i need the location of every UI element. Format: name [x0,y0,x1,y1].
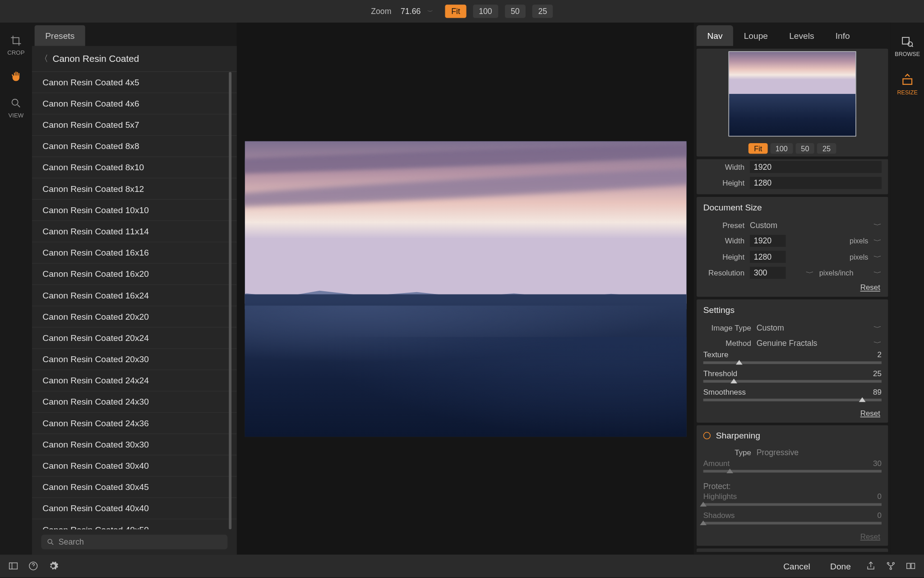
smoothness-slider[interactable] [703,399,882,401]
zoom-dropdown-icon[interactable]: ﹀ [427,9,433,14]
texture-slider[interactable] [703,362,882,364]
smoothness-value[interactable]: 89 [873,388,882,396]
preset-item[interactable]: Canon Resin Coated 24x30 [32,392,237,413]
preset-item[interactable]: Canon Resin Coated 4x6 [32,93,237,114]
imgtype-value[interactable]: Custom [757,323,869,333]
preset-item[interactable]: Canon Resin Coated 40x50 [32,519,237,529]
preset-item[interactable]: Canon Resin Coated 30x45 [32,477,237,498]
sharpening-reset[interactable]: Reset [697,530,888,546]
preset-item[interactable]: Canon Resin Coated 16x16 [32,242,237,264]
preset-item[interactable]: Canon Resin Coated 30x30 [32,434,237,455]
done-button[interactable]: Done [825,558,856,573]
preset-item[interactable]: Canon Resin Coated 11x14 [32,221,237,242]
zoom-value[interactable]: 71.66 [401,7,420,16]
preset-item[interactable]: Canon Resin Coated 20x20 [32,306,237,327]
res-dropdown-icon[interactable]: ﹀ [806,270,814,276]
nav-zoom-50[interactable]: 50 [796,143,815,154]
hand-icon [10,70,22,83]
height-unit-dropdown-icon[interactable]: ﹀ [873,254,882,261]
back-chevron-icon: 〈 [40,52,48,65]
view-tool[interactable]: VIEW [8,97,23,118]
preset-item[interactable]: Canon Resin Coated 20x30 [32,349,237,370]
resize-tool[interactable]: RESIZE [897,73,918,96]
preset-item[interactable]: Canon Resin Coated 5x7 [32,115,237,136]
search-input[interactable]: Search [41,535,227,549]
right-panel: Nav Loupe Levels Info Fit 100 50 25 [694,23,891,555]
tab-levels[interactable]: Levels [779,25,825,46]
method-value[interactable]: Genuine Fractals [757,339,869,348]
preset-item[interactable]: Canon Resin Coated 16x20 [32,264,237,285]
doc-width-value[interactable]: 1920 [750,235,786,247]
preset-item[interactable]: Canon Resin Coated 20x24 [32,327,237,349]
share-button[interactable] [865,561,876,572]
preset-item[interactable]: Canon Resin Coated 24x24 [32,370,237,392]
preset-item[interactable]: Canon Resin Coated 30x40 [32,456,237,477]
texture-value[interactable]: 2 [877,351,881,359]
browse-label: BROWSE [895,51,920,57]
help-button[interactable] [28,561,39,572]
method-dropdown-icon[interactable]: ﹀ [873,340,882,347]
presets-tab[interactable]: Presets [35,25,85,46]
presets-list[interactable]: Canon Resin Coated 4x5Canon Resin Coated… [32,72,237,529]
sharpening-toggle-icon[interactable] [703,432,711,439]
nav-zoom-100[interactable]: 100 [770,143,793,154]
settings-button[interactable] [48,561,59,572]
amount-slider[interactable] [703,470,882,473]
preset-item[interactable]: Canon Resin Coated 40x40 [32,498,237,519]
layout-toggle-button[interactable] [8,561,19,572]
preset-value[interactable]: Custom [750,221,868,230]
canvas-area[interactable] [237,23,694,555]
compare-button[interactable] [906,561,916,572]
zoom-fit-button[interactable]: Fit [445,5,466,18]
threshold-value[interactable]: 25 [873,369,882,378]
imgtype-dropdown-icon[interactable]: ﹀ [873,325,882,331]
sharp-type-value[interactable]: Progressive [757,448,882,457]
zoom-100-button[interactable]: 100 [473,5,498,18]
nav-zoom-fit[interactable]: Fit [748,143,767,154]
navigator: Fit 100 50 25 [697,49,888,157]
film-grain-panel: Film Grain [697,549,888,552]
protect-label: Protect: [697,478,888,493]
zoom-25-button[interactable]: 25 [532,5,553,18]
crop-tool[interactable]: CROP [7,35,24,56]
width-unit-dropdown-icon[interactable]: ﹀ [873,238,882,244]
highlights-value: 0 [877,493,881,501]
imgtype-label: Image Type [703,324,751,332]
tab-loupe[interactable]: Loupe [733,25,778,46]
doc-res-value[interactable]: 300 [750,267,786,279]
highlights-slider[interactable] [703,503,882,506]
preset-item[interactable]: Canon Resin Coated 24x36 [32,413,237,434]
preset-item[interactable]: Canon Resin Coated 16x24 [32,285,237,306]
preset-item[interactable]: Canon Resin Coated 8x12 [32,178,237,200]
view-label: VIEW [8,112,23,119]
hand-tool[interactable] [10,70,22,83]
svg-rect-5 [9,563,18,569]
tab-info[interactable]: Info [825,25,860,46]
presets-search: Search [32,529,237,555]
navigator-thumbnail[interactable] [729,51,856,137]
preset-item[interactable]: Canon Resin Coated 8x10 [32,157,237,178]
preset-item[interactable]: Canon Resin Coated 10x10 [32,200,237,221]
res-unit-dropdown-icon[interactable]: ﹀ [873,270,882,276]
cancel-button[interactable]: Cancel [778,558,815,573]
pixdim-height-value[interactable]: 1280 [750,177,882,189]
settings-reset[interactable]: Reset [697,407,888,423]
docsize-reset[interactable]: Reset [697,281,888,297]
preset-dropdown-icon[interactable]: ﹀ [873,222,882,229]
presets-tabbar: Presets [32,23,237,46]
tab-nav[interactable]: Nav [697,25,733,46]
shadows-slider[interactable] [703,522,882,525]
nav-zoom-25[interactable]: 25 [817,143,836,154]
zoom-50-button[interactable]: 50 [505,5,526,18]
preset-item[interactable]: Canon Resin Coated 8x8 [32,136,237,157]
svg-point-7 [887,562,889,564]
preset-item[interactable]: Canon Resin Coated 4x5 [32,72,237,93]
threshold-slider[interactable] [703,380,882,383]
doc-height-value[interactable]: 1280 [750,251,786,263]
sidebar-icon [8,561,19,572]
browse-tool[interactable]: BROWSE [895,35,920,57]
pixdim-width-value[interactable]: 1920 [750,161,882,173]
branch-button[interactable] [886,561,896,572]
settings-title: Settings [703,305,735,315]
presets-breadcrumb[interactable]: 〈 Canon Resin Coated [32,46,237,72]
